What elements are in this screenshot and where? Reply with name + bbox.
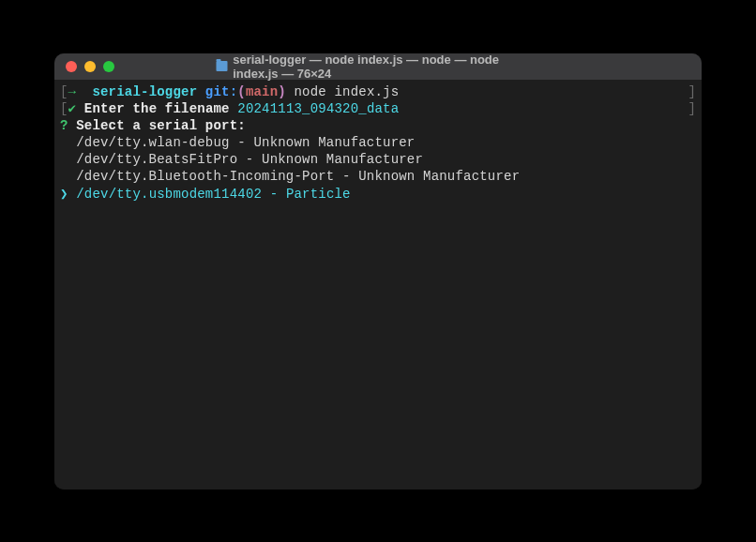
cwd: serial-logger <box>92 84 197 99</box>
select-prompt-line: ? Select a serial port: <box>60 117 696 134</box>
close-button[interactable] <box>66 61 77 72</box>
select-option-selected[interactable]: ❯ /dev/tty.usbmodem114402 - Particle <box>60 186 696 203</box>
select-option[interactable]: /dev/tty.wlan-debug - Unknown Manufactur… <box>60 134 696 151</box>
terminal-window: serial-logger — node index.js — node — n… <box>54 53 702 489</box>
check-icon: ✔ <box>68 101 77 116</box>
select-option[interactable]: /dev/tty.Bluetooth-Incoming-Port - Unkno… <box>60 168 696 185</box>
prompt-line: [→ serial-logger git:(main) node index.j… <box>60 83 696 100</box>
command: node index.js <box>295 84 400 99</box>
selection-arrow-icon: ❯ <box>60 187 68 202</box>
select-option[interactable]: /dev/tty.BeatsFitPro - Unknown Manufactu… <box>60 151 696 168</box>
terminal-body[interactable]: [→ serial-logger git:(main) node index.j… <box>54 80 702 489</box>
git-branch: main <box>246 84 278 99</box>
minimize-button[interactable] <box>84 61 96 72</box>
filename-label: Enter the filename <box>84 101 230 116</box>
traffic-lights <box>66 61 114 72</box>
filename-value: 20241113_094320_data <box>237 101 399 116</box>
prompt-arrow-icon: → <box>68 84 77 99</box>
git-label: git: <box>205 84 237 99</box>
window-title-text: serial-logger — node index.js — node — n… <box>233 53 539 81</box>
window-title: serial-logger — node index.js — node — n… <box>217 53 540 81</box>
selected-option: /dev/tty.usbmodem114402 - Particle <box>76 187 350 202</box>
filename-prompt-line: [✔ Enter the filename 20241113_094320_da… <box>60 100 696 117</box>
maximize-button[interactable] <box>103 61 114 72</box>
question-icon: ? <box>60 118 68 133</box>
folder-icon <box>217 61 228 71</box>
titlebar[interactable]: serial-logger — node index.js — node — n… <box>54 53 702 80</box>
select-label: Select a serial port: <box>76 118 246 133</box>
